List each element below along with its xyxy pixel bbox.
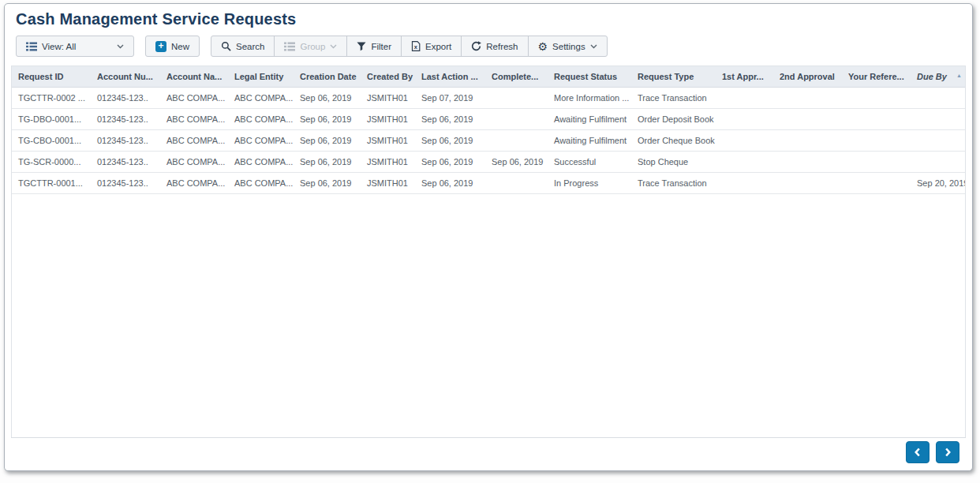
cell-last_action: Sep 06, 2019 (415, 151, 485, 172)
chevron-down-icon (590, 44, 597, 49)
cell-created_by: JSMITH01 (361, 151, 415, 172)
cell-account_number: 012345-123.. (91, 108, 160, 129)
column-header-created_by[interactable]: Created By (361, 66, 415, 87)
table-row[interactable]: TG-DBO-0001...012345-123..ABC COMPA...AB… (12, 108, 966, 129)
cell-completed (485, 87, 548, 108)
cell-legal_entity: ABC COMPA... (228, 172, 294, 193)
column-header-creation_date[interactable]: Creation Date (294, 66, 361, 87)
new-button-label: New (171, 42, 189, 51)
cell-due_by (911, 108, 966, 129)
table-row[interactable]: TGCTTR-0001...012345-123..ABC COMPA...AB… (12, 172, 966, 193)
cell-creation_date: Sep 06, 2019 (294, 108, 361, 129)
cell-second_approval (773, 129, 842, 151)
cell-due_by (911, 151, 966, 172)
column-header-request_status[interactable]: Request Status (548, 66, 631, 87)
export-spreadsheet-icon: x (411, 41, 421, 51)
cell-legal_entity: ABC COMPA... (228, 108, 294, 129)
cell-first_approval (716, 151, 773, 172)
column-header-your_reference[interactable]: Your Refere... (842, 66, 911, 87)
cell-due_by: Sep 20, 2019 (911, 172, 966, 193)
search-button-label: Search (236, 42, 264, 51)
cell-your_reference (842, 87, 911, 108)
chevron-left-icon (914, 447, 922, 457)
new-button[interactable]: + New (145, 36, 200, 57)
requests-table: Request IDAccount Nu...Account Na...Lega… (12, 66, 966, 194)
cell-last_action: Sep 07, 2019 (415, 87, 485, 108)
cell-last_action: Sep 06, 2019 (415, 108, 485, 129)
table-row[interactable]: TG-SCR-0000...012345-123..ABC COMPA...AB… (12, 151, 966, 172)
cell-request_id: TG-SCR-0000... (12, 151, 91, 172)
pagination-bar (11, 437, 966, 470)
column-header-first_approval[interactable]: 1st Appr... (716, 66, 773, 87)
cell-created_by: JSMITH01 (361, 108, 415, 129)
refresh-icon (471, 41, 481, 51)
page-title: Cash Management Service Requests (11, 9, 966, 28)
cell-completed (485, 108, 548, 129)
cell-request_type: Trace Transaction (631, 87, 716, 108)
cell-account_number: 012345-123.. (91, 129, 160, 151)
table-row[interactable]: TGCTTR-0002 ...012345-123..ABC COMPA...A… (12, 87, 966, 108)
cell-your_reference (842, 129, 911, 151)
toolbar: View: All + New Search (16, 36, 966, 57)
cell-request_id: TGCTTR-0001... (12, 172, 91, 193)
chevron-down-icon (117, 44, 124, 49)
export-button-label: Export (425, 42, 451, 51)
cell-request_status: Awaiting Fulfilment (548, 108, 631, 129)
toolbar-button-group: Search Group Filter (211, 36, 608, 57)
group-button[interactable]: Group (274, 36, 347, 57)
search-icon (221, 41, 231, 51)
column-header-account_number[interactable]: Account Nu... (91, 66, 160, 87)
cell-due_by (911, 129, 966, 151)
view-dropdown[interactable]: View: All (16, 36, 134, 57)
cell-legal_entity: ABC COMPA... (228, 87, 294, 108)
cell-first_approval (716, 87, 773, 108)
cell-request_status: More Information ... (548, 87, 631, 108)
column-header-account_name[interactable]: Account Na... (160, 66, 228, 87)
export-button[interactable]: x Export (401, 36, 462, 57)
group-icon (284, 42, 295, 51)
column-header-due_by[interactable]: Due By▲ (911, 66, 966, 87)
cell-your_reference (842, 172, 911, 193)
filter-button-label: Filter (371, 42, 391, 51)
cell-request_type: Trace Transaction (631, 172, 716, 193)
previous-page-button[interactable] (906, 441, 930, 463)
column-header-request_type[interactable]: Request Type (631, 66, 716, 87)
column-header-request_id[interactable]: Request ID (12, 66, 91, 87)
filter-button[interactable]: Filter (346, 36, 402, 57)
table-row[interactable]: TG-CBO-0001...012345-123..ABC COMPA...AB… (12, 129, 966, 151)
cell-first_approval (716, 129, 773, 151)
next-page-button[interactable] (936, 441, 959, 463)
search-button[interactable]: Search (211, 36, 275, 57)
cell-completed (485, 129, 548, 151)
refresh-button[interactable]: Refresh (461, 36, 528, 57)
cell-second_approval (773, 87, 842, 108)
cell-first_approval (716, 108, 773, 129)
chevron-down-icon (330, 44, 337, 49)
column-header-second_approval[interactable]: 2nd Approval (773, 66, 842, 87)
cell-request_status: Successful (548, 151, 631, 172)
cell-account_number: 012345-123.. (91, 151, 160, 172)
cell-creation_date: Sep 06, 2019 (294, 172, 361, 193)
header-row: Request IDAccount Nu...Account Na...Lega… (12, 66, 966, 87)
cell-completed (485, 172, 548, 193)
cell-request_id: TGCTTR-0002 ... (12, 87, 91, 108)
view-dropdown-label: View: All (42, 42, 76, 51)
cell-account_number: 012345-123.. (91, 87, 160, 108)
cell-request_id: TG-CBO-0001... (12, 129, 91, 151)
filter-funnel-icon (357, 42, 366, 51)
cell-account_name: ABC COMPA... (160, 151, 228, 172)
cell-account_name: ABC COMPA... (160, 108, 228, 129)
cell-your_reference (842, 108, 911, 129)
column-header-completed[interactable]: Complete... (485, 66, 548, 87)
settings-button[interactable]: ⚙ Settings (528, 36, 608, 57)
requests-grid: Request IDAccount Nu...Account Na...Lega… (11, 66, 966, 437)
cell-request_status: Awaiting Fulfilment (548, 129, 631, 151)
cell-last_action: Sep 06, 2019 (415, 172, 485, 193)
cell-request_id: TG-DBO-0001... (12, 108, 91, 129)
list-view-icon (26, 42, 37, 51)
cell-first_approval (716, 172, 773, 193)
column-header-last_action[interactable]: Last Action ... (415, 66, 485, 87)
column-header-legal_entity[interactable]: Legal Entity (228, 66, 294, 87)
cell-created_by: JSMITH01 (361, 87, 415, 108)
cell-request_type: Order Cheque Book (631, 129, 716, 151)
